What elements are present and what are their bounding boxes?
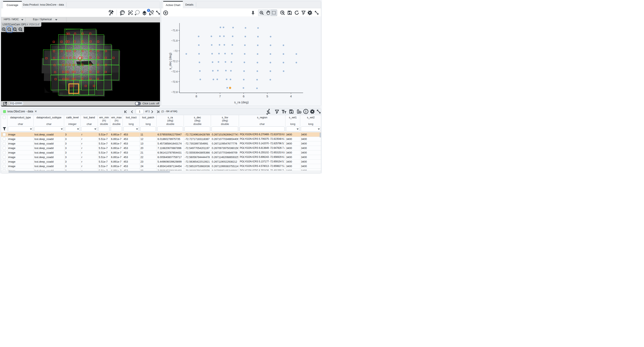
svg-text:5: 5 [266, 95, 268, 98]
svg-text:4: 4 [290, 95, 292, 98]
svg-text:−71.6: −71.6 [171, 29, 178, 32]
svg-text:s_ra (deg): s_ra (deg) [234, 100, 249, 104]
svg-text:7: 7 [219, 95, 221, 98]
svg-text:8: 8 [196, 95, 197, 98]
svg-text:−72.6: −72.6 [171, 81, 178, 83]
svg-text:−71.8: −71.8 [171, 39, 178, 42]
svg-text:−72.4: −72.4 [171, 70, 178, 73]
svg-text:6: 6 [243, 95, 244, 98]
svg-text:−72.2: −72.2 [171, 60, 178, 63]
svg-text:−72: −72 [173, 50, 178, 53]
svg-text:−72.8: −72.8 [171, 91, 178, 94]
svg-text:s_dec (deg): s_dec (deg) [168, 53, 172, 70]
